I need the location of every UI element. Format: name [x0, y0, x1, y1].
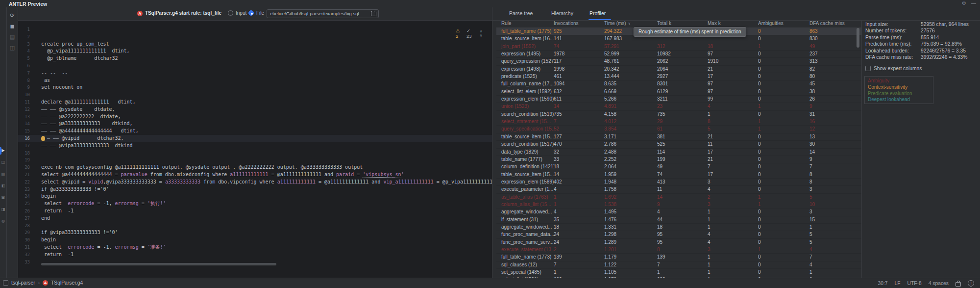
tool-stripe-icon[interactable]: ◫: [0, 160, 6, 164]
tool-stripe-icon[interactable]: ▣: [0, 195, 6, 200]
caret-position[interactable]: 30:7: [878, 281, 888, 286]
intention-bulb-icon[interactable]: [41, 136, 45, 141]
code-line[interactable]: 32 return -1: [18, 251, 492, 259]
code-line[interactable]: 15—— —— @a4444444444444444 dtint,: [18, 128, 492, 135]
code-line[interactable]: 26 return -1: [18, 208, 492, 215]
show-expert-columns-checkbox[interactable]: Show expert columns: [865, 66, 922, 71]
refresh-icon[interactable]: ⟳: [7, 12, 18, 19]
radio-icon[interactable]: [228, 10, 233, 16]
profiler-row[interactable]: expression (1495)197852.99910982970237: [496, 51, 861, 58]
inspections-widget[interactable]: ⚠ 2 ✓ 23 ∧ ∨: [456, 28, 492, 39]
code-line[interactable]: 13—— —— @a2222222222 dtdate,: [18, 113, 492, 121]
code-line[interactable]: 27end: [18, 215, 492, 222]
code-line[interactable]: 3create proc up_com_test: [18, 41, 492, 48]
profiler-row[interactable]: query_expression (1527)11748.76120621910…: [496, 58, 861, 65]
column-header[interactable]: Ambiguities: [758, 21, 809, 27]
profiler-row[interactable]: full_column_name (17...10948.63583019704…: [496, 80, 861, 88]
profiler-row[interactable]: full_table_name (1773)1391.179139107: [496, 254, 861, 261]
toolbar-icon[interactable]: ◼: [7, 23, 18, 29]
gear-icon[interactable]: ⚙: [962, 0, 966, 6]
code-line[interactable]: 20exec nb_com_getsysconfig @a11111111111…: [18, 164, 492, 171]
profiler-row[interactable]: predicate (1525)46113.444292717080: [496, 73, 861, 80]
profiler-row[interactable]: aggregate_windowed...181.33118101: [496, 224, 861, 231]
profiler-row[interactable]: expression_elem (1589)4021.948413308: [496, 179, 861, 186]
code-line[interactable]: 31 select errorcode = -1, errormsg = '准备…: [18, 244, 492, 251]
tool-stripe-icon[interactable]: ◍: [0, 219, 6, 223]
tool-stripe-icon[interactable]: ◧: [0, 183, 6, 188]
profiler-row[interactable]: select_statement (15...74.012298116: [496, 118, 861, 126]
breadcrumb[interactable]: tsql-parser › A TSqlParser.g4: [3, 280, 83, 286]
profiler-row[interactable]: query_specification (15...523.854615112: [496, 126, 861, 133]
column-header[interactable]: Time (ms)∨: [604, 21, 657, 27]
profiler-row[interactable]: func_proc_name_data...241.29895405: [496, 231, 861, 238]
radio-selected-icon[interactable]: [248, 10, 254, 16]
profiler-row[interactable]: select_list_elem (1592)6326.669612997038: [496, 88, 861, 96]
profiler-row[interactable]: execute_statement (13...21.2018314: [496, 246, 861, 254]
table-scrollbar[interactable]: [857, 28, 859, 48]
code-line[interactable]: 16— —— @vipid dtchar32,: [18, 135, 492, 142]
toolbar-icon[interactable]: ◫: [7, 45, 18, 51]
profiler-row[interactable]: expression (1498)199820.342206421082: [496, 66, 861, 73]
notifications-icon[interactable]: !: [968, 280, 974, 287]
input-radio[interactable]: Input: [228, 10, 246, 16]
code-line[interactable]: 11declare @a1111111111111 dtint,: [18, 99, 492, 106]
code-line[interactable]: 7-- -- --: [18, 70, 492, 77]
code-line[interactable]: 29if @vipa333333333333 !='0': [18, 229, 492, 236]
checkbox-icon[interactable]: [865, 66, 871, 71]
code-line[interactable]: 30begin: [18, 236, 492, 244]
code-line[interactable]: 2: [18, 33, 492, 41]
code-line[interactable]: 5 @p_tblname dtchar32: [18, 55, 492, 62]
profiler-row[interactable]: search_condition (1519)7354.1587351031: [496, 111, 861, 118]
code-line[interactable]: 24begin: [18, 193, 492, 200]
code-editor[interactable]: 123create proc up_com_test4 @p_vipa11111…: [18, 21, 492, 278]
code-line[interactable]: 23if @a333333333333 !='0': [18, 186, 492, 193]
code-line[interactable]: 6: [18, 62, 492, 70]
code-line[interactable]: 9set nocount on: [18, 84, 492, 91]
code-line[interactable]: 14—— —— @a333333333333 dtkind,: [18, 120, 492, 128]
column-header[interactable]: Max k: [708, 21, 758, 27]
profiler-row[interactable]: table_source_item (15...141.959741708: [496, 171, 861, 179]
file-radio[interactable]: File: [248, 10, 264, 16]
toolbar-icon[interactable]: ▤: [7, 34, 18, 40]
column-header[interactable]: Total k: [657, 21, 708, 27]
code-line[interactable]: 10: [18, 91, 492, 99]
profiler-row[interactable]: search_condition (1517)4702.78652511030: [496, 141, 861, 148]
code-line[interactable]: 21select @a444444444444444 = paravalue f…: [18, 171, 492, 179]
profiler-row[interactable]: func_proc_name_serv...241.28995405: [496, 239, 861, 246]
profiler-row[interactable]: execute_parameter (1...41.75811403: [496, 186, 861, 193]
profiler-row[interactable]: union (1523)144.89123419: [496, 103, 861, 110]
folder-icon[interactable]: [371, 12, 376, 16]
code-line[interactable]: 25 select errorcode = -1, errormsg = '执行…: [18, 200, 492, 208]
profiler-row[interactable]: column_definition (1421)182.06449707: [496, 163, 861, 171]
code-line[interactable]: 4 @p_vipa1111111111111 dtint,: [18, 48, 492, 55]
profiler-row[interactable]: join_part (1552)7457.29131218149: [496, 43, 861, 51]
tool-stripe-icon[interactable]: ▤: [0, 172, 6, 176]
unlock-icon[interactable]: [956, 282, 961, 287]
profiler-row[interactable]: column_alias_list (15...11.53893110: [496, 201, 861, 209]
profiler-row[interactable]: table_source_item (15...1273.17138121013: [496, 133, 861, 141]
code-line[interactable]: 12—— —— @sysdate dtdate,: [18, 106, 492, 113]
column-header[interactable]: Rule: [496, 21, 554, 27]
tab-hierarchy[interactable]: Hierarchy: [551, 10, 573, 16]
column-header[interactable]: Invocations: [554, 21, 604, 27]
prev-next-chevrons[interactable]: ∧ ∨: [480, 29, 492, 38]
code-line[interactable]: 8 as: [18, 77, 492, 84]
breadcrumb-project[interactable]: tsql-parser: [11, 280, 35, 286]
profiler-row[interactable]: aggregate_windowed...41.4954103: [496, 209, 861, 216]
code-line[interactable]: 17—— —— @vipa333333333333 dtkind: [18, 142, 492, 150]
hide-icon[interactable]: —: [971, 0, 976, 6]
profiler-row[interactable]: if_statement (31)351.476441015: [496, 216, 861, 224]
profiler-row[interactable]: set_special (1485)11.1051101: [496, 269, 861, 276]
tool-stripe-icon[interactable]: ▶: [0, 148, 6, 153]
profiler-row[interactable]: table_name (1777)332.2521992109: [496, 156, 861, 163]
tab-parse-tree[interactable]: Parse tree: [509, 10, 533, 16]
code-line[interactable]: 19: [18, 157, 492, 164]
code-line[interactable]: 22select @vipid = vipid,@vipa33333333333…: [18, 179, 492, 186]
tab-profiler[interactable]: Profiler: [589, 10, 606, 16]
line-separator[interactable]: LF: [895, 281, 901, 286]
profiler-row[interactable]: as_table_alias (1763)11.69214215: [496, 194, 861, 201]
profiler-row[interactable]: data_type (1829)322.48811417014: [496, 149, 861, 156]
file-encoding[interactable]: UTF-8: [907, 281, 922, 286]
tool-stripe-icon[interactable]: ◨: [0, 207, 6, 211]
horizontal-scrollbar[interactable]: [41, 263, 276, 265]
